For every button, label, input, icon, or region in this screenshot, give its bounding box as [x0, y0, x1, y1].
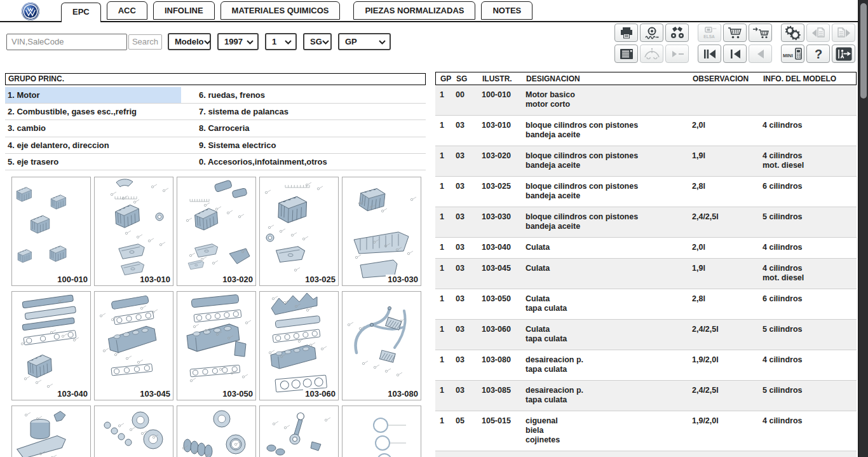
gears-button[interactable]	[781, 24, 804, 42]
group-item-7-sistema-de-palancas[interactable]: 7. sistema de palancas	[181, 104, 426, 119]
binoculars-button[interactable]	[665, 24, 689, 42]
modelo-dropdown[interactable]: Modelo	[168, 33, 211, 50]
cart-icon	[727, 26, 743, 40]
tab-notes[interactable]: NOTES	[481, 1, 532, 20]
cart-button[interactable]	[723, 24, 747, 42]
group-item-0-accesorios-infotainment-otros[interactable]: 0. Accesorios,infotainment,otros	[181, 154, 426, 170]
table-row-103-040[interactable]: 103103-040Culata2,0l4 cilindros	[435, 238, 857, 259]
cell-sg: 03	[456, 243, 482, 252]
sg-dropdown[interactable]: SG	[303, 33, 332, 50]
table-row-103-085[interactable]: 103103-085desaireacion p. tapa culata2,4…	[435, 381, 857, 411]
thumbnail-103-045[interactable]: 103-045	[94, 291, 173, 400]
table-row-103-030[interactable]: 103103-030bloque cilindros con pistones …	[435, 207, 857, 238]
cell-ilustr: 103-025	[482, 182, 526, 201]
thumbnail-103-020[interactable]: 103-020	[177, 177, 256, 286]
nav-prev-button[interactable]	[723, 44, 747, 63]
table-row-100-010[interactable]: 100100-010Motor basico motor corto	[435, 85, 857, 116]
dropdown-value: 1	[272, 37, 276, 46]
search-input[interactable]	[6, 34, 127, 50]
cell-sg: 03	[456, 294, 482, 313]
nav-back-button[interactable]	[749, 44, 772, 63]
group-item-4-eje-delantero-direccion[interactable]: 4. eje delantero, direccion	[5, 137, 181, 153]
toolbar-group-2-1	[614, 44, 689, 63]
group-item-2-combustible-gases-esc-refrig[interactable]: 2. Combustible, gases esc.,refrig	[5, 104, 181, 119]
table-row-103-025[interactable]: 103103-025bloque cilindros con pistones …	[435, 177, 857, 207]
elsa-button[interactable]: ELSA	[698, 24, 721, 42]
gp-dropdown[interactable]: GP	[338, 33, 391, 50]
table-row-103-080[interactable]: 103103-080desaireacion p. tapa culata1,9…	[435, 350, 857, 381]
scrollbar-thumb[interactable]	[860, 3, 867, 99]
page-next-button[interactable]	[832, 24, 855, 42]
dropdown-value: GP	[345, 37, 357, 46]
cart-checkout-button[interactable]	[749, 24, 772, 42]
table-row-103-045[interactable]: 103103-045Culata1,9l4 cilindros mot. die…	[435, 259, 857, 289]
cell-gp: 1	[435, 294, 456, 313]
cell-gp: 1	[435, 325, 456, 344]
table-row-103-050[interactable]: 103103-050Culata tapa culata2,8l6 cilind…	[435, 289, 857, 320]
cell-info: 5 cilindros	[763, 325, 857, 344]
table-row-105-015[interactable]: 105105-015ciguenal biela cojinetes1,9/2,…	[435, 411, 857, 451]
group-item-6-ruedas-frenos[interactable]: 6. ruedas, frenos	[181, 87, 426, 103]
group-item-3-cambio[interactable]: 3. cambio	[5, 120, 181, 136]
group-row: 4. eje delantero, direccion9. Sistema el…	[5, 137, 426, 154]
table-row-103-060[interactable]: 103103-060Culata tapa culata2,4/2,5l5 ci…	[435, 320, 857, 350]
tab-materiales-quimicos[interactable]: MATERIALES QUIMICOS	[220, 1, 341, 20]
thumbnail-103-060[interactable]: 103-060	[259, 291, 339, 400]
chevron-down-icon	[247, 37, 254, 46]
tab-piezas-normalizadas[interactable]: PIEZAS NORMALIZADAS	[353, 1, 475, 20]
table-row-103-010[interactable]: 103103-010bloque cilindros con pistones …	[435, 116, 857, 146]
thumbnail-103-040[interactable]: 103-040	[11, 291, 91, 400]
thumbnail-15[interactable]	[342, 406, 421, 457]
vehicle-info-button[interactable]	[640, 44, 663, 63]
column-header-gp: GP	[436, 74, 456, 83]
group-item-9-sistema-electrico[interactable]: 9. Sistema electrico	[181, 137, 426, 153]
thumbnail-code: 103-020	[220, 275, 253, 284]
nav-first-button[interactable]	[698, 44, 721, 63]
month-dropdown[interactable]: 1	[265, 33, 297, 50]
thumbnail-103-025[interactable]: 103-025	[259, 177, 339, 286]
thumbnail-100-010[interactable]: 100-010	[11, 177, 91, 286]
table-row-103-020[interactable]: 103103-020bloque cilindros con pistones …	[435, 146, 857, 177]
search-button[interactable]: Search	[128, 34, 162, 50]
tab-infoline[interactable]: INFOLINE	[153, 1, 215, 20]
thumbnail-13[interactable]	[177, 406, 256, 457]
table-row-105-020[interactable]: 105105-020ciguenal biela cojinetes2,4/2,…	[435, 451, 857, 457]
cell-gp: 1	[435, 121, 456, 140]
mini-button[interactable]: MINI	[781, 44, 804, 63]
exit-button[interactable]	[832, 44, 855, 63]
cell-info	[763, 90, 857, 109]
printer-button[interactable]	[614, 24, 638, 42]
cell-gp: 1	[435, 416, 456, 445]
page-prev-button[interactable]	[806, 24, 830, 42]
part-diagram-sketch	[342, 177, 421, 285]
thumbnail-103-030[interactable]: 103-030	[342, 177, 421, 286]
thumbnail-14[interactable]	[259, 406, 339, 457]
cell-info: 4 cilindros mot. diesel	[763, 264, 857, 283]
play-minus-button[interactable]	[665, 44, 689, 63]
thumbnail-103-050[interactable]: 103-050	[177, 291, 256, 400]
part-diagram-sketch	[12, 292, 90, 400]
dropdown-value: 1997	[224, 37, 243, 46]
thumbnail-12[interactable]	[94, 406, 173, 457]
year-dropdown[interactable]: 1997	[217, 33, 259, 50]
tire-service-button[interactable]	[640, 24, 663, 42]
thumbnail-grid: 100-010103-010103-020103-025103-030103-0…	[11, 177, 421, 457]
help-button[interactable]: ?	[806, 44, 830, 63]
svg-text:MINI: MINI	[783, 53, 793, 58]
thumbnail-103-010[interactable]: 103-010	[94, 177, 173, 286]
cart-checkout-icon	[752, 26, 770, 40]
cell-observacion: 1,9l	[692, 264, 763, 283]
thumbnail-103-080[interactable]: 103-080	[342, 291, 421, 400]
tab-acc[interactable]: ACC	[107, 1, 147, 20]
toolbar-group-1-1	[614, 24, 689, 42]
list-button[interactable]	[614, 44, 638, 63]
cell-info: 4 cilindros mot. diesel	[763, 151, 857, 170]
right-scrollbar[interactable]	[858, 0, 868, 457]
tab-epc[interactable]: EPC	[61, 3, 101, 22]
toolbar-group-2-3: MINI?	[781, 44, 855, 63]
cell-observacion: 2,8l	[692, 294, 763, 313]
group-item-5-eje-trasero[interactable]: 5. eje trasero	[5, 154, 181, 170]
thumbnail-11[interactable]	[11, 406, 91, 457]
group-item-8-carroceria[interactable]: 8. Carroceria	[181, 120, 426, 136]
group-item-1-motor[interactable]: 1. Motor	[5, 87, 181, 103]
